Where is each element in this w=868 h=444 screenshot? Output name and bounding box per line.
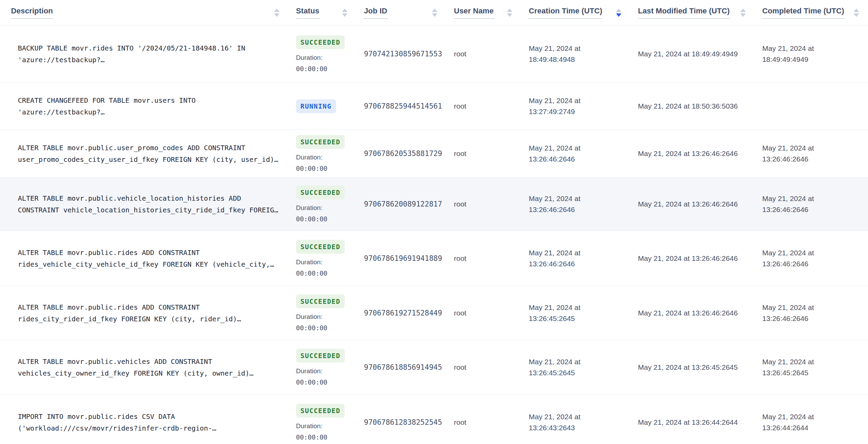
user-name-cell: root [454,309,529,317]
column-header-job-id[interactable]: Job ID [364,0,454,25]
status-cell: SUCCEEDED Duration: 00:00:00 [296,349,364,386]
completed-time-line2: 13:26:46:2646 [762,258,860,269]
user-name-cell: root [454,50,529,58]
column-header-label: Creation Time (UTC) [529,7,602,19]
completed-time-line2: 13:26:46:2646 [762,204,860,215]
creation-time-line1: May 21, 2024 at [529,143,630,154]
sort-arrows-icon [616,9,621,17]
completed-time-line2: 13:26:44:2644 [762,422,860,433]
creation-time-line1: May 21, 2024 at [529,411,630,422]
sort-up-arrow-icon [432,9,437,12]
job-description-cell[interactable]: ALTER TABLE movr.public.vehicles ADD CON… [11,356,296,379]
completed-time-line1: May 21, 2024 at [762,356,860,367]
status-badge: SUCCEEDED [296,135,345,149]
sort-down-arrow-icon [616,13,621,17]
job-description-line2: rides_vehicle_city_vehicle_id_fkey FOREI… [18,258,288,270]
user-name-cell: root [454,254,529,263]
job-description-line1: ALTER TABLE movr.public.user_promo_codes… [18,142,288,154]
job-id-cell: 970678619691941889 [364,254,454,263]
duration-value: 00:00:00 [296,324,356,332]
last-modified-time: May 21, 2024 at 13:26:46:2646 [638,148,754,159]
job-description-line1: BACKUP TABLE movr.rides INTO '/2024/05/2… [18,42,288,54]
table-row[interactable]: ALTER TABLE movr.public.user_promo_codes… [0,130,868,178]
job-description-line1: ALTER TABLE movr.public.vehicle_location… [18,192,288,204]
last-modified-time-cell: May 21, 2024 at 13:26:45:2645 [638,362,762,373]
duration-label: Duration: [296,154,356,161]
creation-time-line2: 13:26:45:2645 [529,367,630,378]
creation-time-line2: 13:26:46:2646 [529,154,630,165]
table-header-row: Description Status Job ID User Name Crea… [0,0,868,25]
creation-time-line1: May 21, 2024 at [529,193,630,204]
status-badge: SUCCEEDED [296,186,345,199]
column-header-description[interactable]: Description [11,0,296,25]
table-row[interactable]: ALTER TABLE movr.public.vehicles ADD CON… [0,340,868,395]
completed-time-line1: May 21, 2024 at [762,43,860,54]
creation-time-line1: May 21, 2024 at [529,95,630,106]
status-cell: SUCCEEDED Duration: 00:00:00 [296,404,364,441]
last-modified-time-cell: May 21, 2024 at 13:26:46:2646 [638,253,762,264]
duration-label: Duration: [296,204,356,212]
job-description-line2: CONSTRAINT vehicle_location_histories_ci… [18,204,288,216]
column-header-creation-time-utc[interactable]: Creation Time (UTC) [529,0,638,25]
job-id-cell: 970678619271528449 [364,309,454,317]
sort-down-arrow-icon [740,13,746,17]
creation-time-line2: 13:26:43:2643 [529,422,630,433]
job-id-cell: 970678620535881729 [364,149,454,158]
job-id-cell: 970678612838252545 [364,418,454,426]
column-header-status[interactable]: Status [296,0,364,25]
sort-arrows-icon [740,9,746,17]
table-body: BACKUP TABLE movr.rides INTO '/2024/05/2… [0,25,868,444]
duration-value: 00:00:00 [296,165,356,172]
job-description-cell[interactable]: IMPORT INTO movr.public.rides CSV DATA (… [11,411,296,434]
sort-arrows-icon [854,9,859,17]
completed-time-cell: May 21, 2024 at 13:26:45:2645 [762,356,868,378]
sort-up-arrow-icon [616,9,621,12]
table-row[interactable]: BACKUP TABLE movr.rides INTO '/2024/05/2… [0,25,868,83]
table-row[interactable]: ALTER TABLE movr.public.rides ADD CONSTR… [0,286,868,340]
creation-time-line1: May 21, 2024 at [529,43,630,54]
sort-up-arrow-icon [507,9,512,12]
job-description-line1: ALTER TABLE movr.public.rides ADD CONSTR… [18,247,288,258]
column-header-last-modified-time-utc[interactable]: Last Modified Time (UTC) [638,0,762,25]
status-cell: SUCCEEDED Duration: 00:00:00 [296,295,364,332]
completed-time-cell: May 21, 2024 at 18:49:49:4949 [762,43,868,65]
sort-arrows-icon [507,9,512,17]
table-row[interactable]: ALTER TABLE movr.public.vehicle_location… [0,178,868,231]
user-name-cell: root [454,149,529,158]
column-header-label: Last Modified Time (UTC) [638,7,730,19]
duration-label: Duration: [296,258,356,266]
job-description-line2: rides_city_rider_id_fkey FOREIGN KEY (ci… [18,313,288,325]
duration-label: Duration: [296,313,356,321]
creation-time-cell: May 21, 2024 at 13:26:43:2643 [529,411,638,433]
duration-value: 00:00:00 [296,433,356,441]
completed-time-line1: May 21, 2024 at [762,193,860,204]
last-modified-time-cell: May 21, 2024 at 13:26:44:2644 [638,417,762,428]
duration-value: 00:00:00 [296,215,356,223]
job-description-cell[interactable]: ALTER TABLE movr.public.rides ADD CONSTR… [11,247,296,270]
status-badge: SUCCEEDED [296,295,345,308]
job-description-cell[interactable]: ALTER TABLE movr.public.user_promo_codes… [11,142,296,165]
sort-up-arrow-icon [854,9,859,12]
column-header-user-name[interactable]: User Name [454,0,529,25]
column-header-label: Status [296,7,319,19]
status-cell: SUCCEEDED Duration: 00:00:00 [296,135,364,172]
creation-time-cell: May 21, 2024 at 13:26:46:2646 [529,193,638,215]
creation-time-line1: May 21, 2024 at [529,247,630,258]
table-row[interactable]: IMPORT INTO movr.public.rides CSV DATA (… [0,395,868,444]
creation-time-line2: 18:49:48:4948 [529,54,630,65]
job-description-cell[interactable]: CREATE CHANGEFEED FOR TABLE movr.users I… [11,95,296,118]
job-description-cell[interactable]: ALTER TABLE movr.public.vehicle_location… [11,192,296,216]
job-description-line2: ('workload:///csv/movr/rides?infer-crdb-… [18,422,288,434]
duration-label: Duration: [296,367,356,375]
sort-down-arrow-icon [432,13,437,17]
completed-time-cell: May 21, 2024 at 13:26:46:2646 [762,193,868,215]
table-row[interactable]: CREATE CHANGEFEED FOR TABLE movr.users I… [0,83,868,130]
column-header-completed-time-utc[interactable]: Completed Time (UTC) [762,0,868,25]
user-name-cell: root [454,200,529,208]
user-name-cell: root [454,363,529,371]
status-badge: SUCCEEDED [296,404,345,418]
last-modified-time-cell: May 21, 2024 at 13:26:46:2646 [638,199,762,210]
table-row[interactable]: ALTER TABLE movr.public.rides ADD CONSTR… [0,231,868,286]
job-description-cell[interactable]: ALTER TABLE movr.public.rides ADD CONSTR… [11,301,296,325]
job-description-cell[interactable]: BACKUP TABLE movr.rides INTO '/2024/05/2… [11,42,296,66]
